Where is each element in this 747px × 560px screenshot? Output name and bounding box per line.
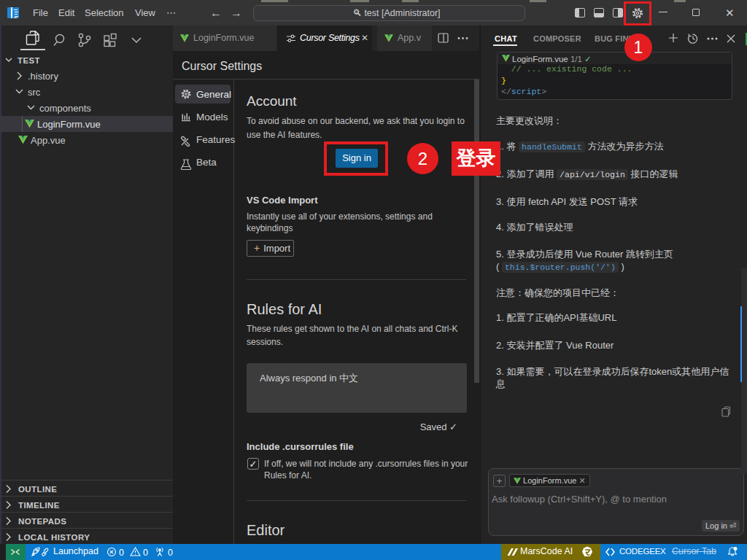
svg-text:TEST: TEST	[18, 56, 40, 65]
svg-text:NOTEPADS: NOTEPADS	[18, 517, 66, 526]
svg-text:src: src	[28, 87, 41, 98]
svg-text:LOCAL HISTORY: LOCAL HISTORY	[18, 533, 90, 542]
svg-text:components: components	[39, 103, 91, 114]
svg-text:0: 0	[168, 548, 173, 558]
svg-text:0: 0	[143, 548, 148, 558]
svg-text:.history: .history	[28, 71, 58, 82]
svg-text:OUTLINE: OUTLINE	[18, 485, 57, 494]
svg-text:App.vue: App.vue	[31, 135, 66, 146]
svg-text:0: 0	[119, 548, 124, 558]
svg-text:LoginForm.vue: LoginForm.vue	[37, 119, 101, 130]
svg-text:TIMELINE: TIMELINE	[18, 501, 60, 510]
